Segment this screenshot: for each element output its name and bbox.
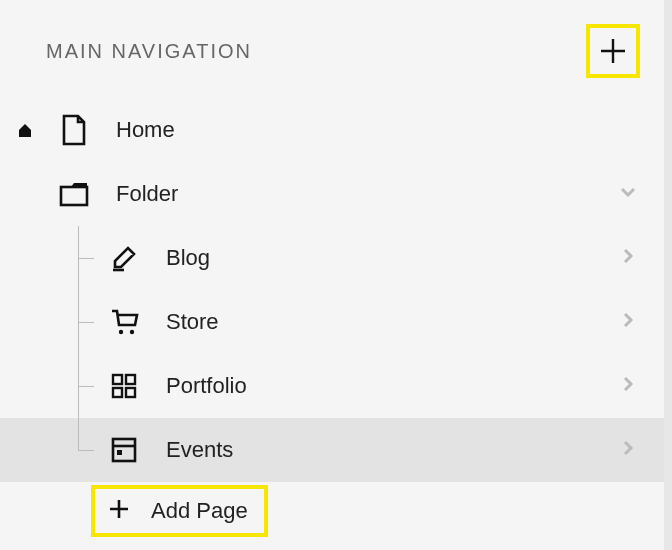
add-page-label: Add Page <box>151 498 248 524</box>
chevron-right-icon[interactable] <box>618 310 638 334</box>
svg-rect-5 <box>113 388 122 397</box>
plus-icon <box>107 497 131 525</box>
add-page-row: Add Page <box>0 482 664 540</box>
tree-line <box>78 226 98 290</box>
grid-icon <box>108 373 140 399</box>
chevron-down-icon[interactable] <box>618 182 638 206</box>
navigation-list: Home Folder Blog <box>0 88 664 540</box>
svg-rect-6 <box>126 388 135 397</box>
nav-item-home[interactable]: Home <box>0 98 664 162</box>
svg-rect-0 <box>61 187 87 205</box>
nav-item-label: Store <box>166 309 219 335</box>
svg-rect-9 <box>117 450 122 455</box>
nav-item-label: Portfolio <box>166 373 247 399</box>
chevron-right-icon[interactable] <box>618 246 638 270</box>
plus-icon <box>598 36 628 66</box>
svg-rect-4 <box>126 375 135 384</box>
tree-line <box>78 354 98 418</box>
nav-item-label: Folder <box>116 181 178 207</box>
nav-item-events[interactable]: Events <box>0 418 664 482</box>
nav-item-label: Blog <box>166 245 210 271</box>
panel-right-edge <box>664 0 672 550</box>
nav-item-label: Events <box>166 437 233 463</box>
navigation-panel: MAIN NAVIGATION Home Folder <box>0 0 664 550</box>
navigation-title: MAIN NAVIGATION <box>46 40 252 63</box>
nav-item-store[interactable]: Store <box>0 290 664 354</box>
cart-icon <box>108 307 140 337</box>
chevron-right-icon[interactable] <box>618 374 638 398</box>
nav-item-label: Home <box>116 117 175 143</box>
calendar-icon <box>108 437 140 463</box>
tree-line <box>78 418 98 482</box>
pen-icon <box>108 244 140 272</box>
home-indicator-icon <box>16 122 34 138</box>
add-navigation-button[interactable] <box>586 24 640 78</box>
navigation-header: MAIN NAVIGATION <box>0 0 664 88</box>
chevron-right-icon[interactable] <box>618 438 638 462</box>
svg-point-1 <box>119 330 123 334</box>
nav-item-portfolio[interactable]: Portfolio <box>0 354 664 418</box>
tree-line <box>78 290 98 354</box>
svg-point-2 <box>130 330 134 334</box>
page-icon <box>58 114 90 146</box>
svg-rect-7 <box>113 439 135 461</box>
nav-item-folder[interactable]: Folder <box>0 162 664 226</box>
nav-item-blog[interactable]: Blog <box>0 226 664 290</box>
folder-icon <box>58 181 90 207</box>
add-page-button[interactable]: Add Page <box>91 485 268 537</box>
svg-rect-3 <box>113 375 122 384</box>
